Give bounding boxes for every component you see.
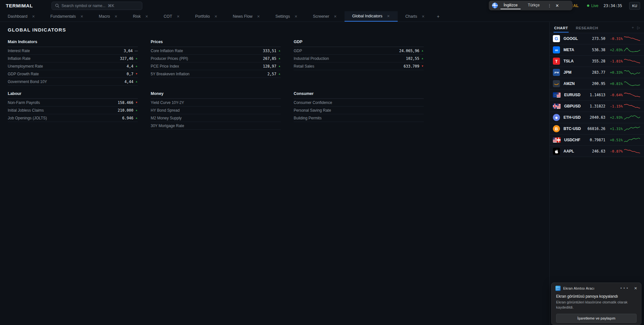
indicator-row[interactable]: 30Y Mortgage Rate	[151, 122, 281, 130]
indicator-row[interactable]: Yield Curve 10Y-2Y	[151, 99, 281, 107]
tab-settings[interactable]: Settings✕	[268, 11, 305, 22]
indicator-number: 633.709	[404, 64, 419, 69]
watchlist-add-icon[interactable]: +	[632, 25, 634, 30]
indicator-row[interactable]: 5Y Breakeven Inflation2,57▲	[151, 70, 281, 78]
new-tab-button[interactable]: +	[432, 11, 444, 22]
markup-share-button[interactable]: İşaretleme ve paylaşım	[556, 314, 637, 323]
watchlist-row-eurusd[interactable]: EURUSD1.14613-0.64%	[550, 89, 644, 101]
translate-popup: İngilizce Türkçe ⋮ ✕	[489, 1, 573, 10]
indicator-value: 210.000▲	[118, 108, 138, 113]
user-avatar[interactable]: KU	[629, 2, 640, 10]
indicator-row[interactable]: Retail Sales633.709▼	[294, 62, 424, 70]
ticker-symbol: TSLA	[564, 59, 584, 63]
tab-close-icon[interactable]: ✕	[115, 14, 118, 19]
tab-close-icon[interactable]: ✕	[387, 14, 390, 18]
ticker-price: 1.31822	[584, 104, 605, 108]
indicator-row[interactable]: M2 Money Supply	[151, 114, 281, 122]
tab-portfolio[interactable]: Portfolio✕	[187, 11, 225, 22]
indicator-row[interactable]: GDP24.065,96▲	[294, 47, 424, 55]
translate-menu-icon[interactable]: ⋮	[545, 3, 554, 8]
watchlist-row-jpm[interactable]: JPMJPM283.77+0.33%	[550, 67, 644, 78]
ticker-symbol: BTC-USD	[564, 126, 584, 131]
watchlist-row-googl[interactable]: GGOOGL273.50-0.31%	[550, 33, 644, 44]
indicator-label: Unemployment Rate	[8, 64, 43, 69]
watchlist-row-btc-usd[interactable]: BBTC-USD66816.26+1.31%	[550, 123, 644, 135]
indicator-row[interactable]: GDP Growth Rate0,7▼	[8, 70, 138, 78]
tab-close-icon[interactable]: ✕	[422, 14, 425, 19]
notification-close-icon[interactable]: ✕	[634, 286, 637, 291]
tab-label: Global Indicators	[352, 14, 383, 18]
tab-screener[interactable]: Screener✕	[305, 11, 345, 22]
section-prices: PricesCore Inflation Rate333,51▲Producer…	[151, 40, 281, 78]
tab-close-icon[interactable]: ✕	[80, 14, 83, 19]
watchlist-row-usdchf[interactable]: USDCHF0.79871+0.51%	[550, 135, 644, 146]
ticker-price: 355.28	[584, 59, 605, 63]
sparkline-chart	[623, 47, 641, 53]
tab-close-icon[interactable]: ✕	[334, 14, 336, 19]
indicator-row[interactable]: Interest Rate3,64—	[8, 47, 138, 55]
indicator-row[interactable]: Core Inflation Rate333,51▲	[151, 47, 281, 55]
tab-chart[interactable]: CHART	[554, 23, 569, 32]
search-input[interactable]: Search symbol or name... ⌘K	[52, 2, 142, 10]
watchlist-row-gbpusd[interactable]: GBPUSD1.31822-1.15%	[550, 101, 644, 112]
indicator-row[interactable]: Industrial Production102,55▲	[294, 55, 424, 62]
tab-close-icon[interactable]: ✕	[32, 14, 35, 19]
watchlist-row-tsla[interactable]: TTSLA355.28-1.81%	[550, 56, 644, 67]
indicator-label: Consumer Confidence	[294, 100, 332, 105]
notification-more-icon[interactable]: • • •	[620, 286, 628, 291]
tab-close-icon[interactable]: ✕	[295, 14, 298, 19]
live-indicator: Live	[587, 4, 598, 8]
tab-close-icon[interactable]: ✕	[145, 14, 148, 19]
section-consumer: ConsumerConsumer ConfidencePersonal Savi…	[294, 91, 424, 122]
watchlist-expand-icon[interactable]: ▷	[637, 25, 640, 30]
watchlist-row-meta[interactable]: ∞META536.38+2.03%	[550, 44, 644, 56]
indicator-row[interactable]: HY Bond Spread	[151, 107, 281, 114]
watchlist-row-aapl[interactable]: AAPL246.63-0.87%	[550, 146, 644, 157]
search-shortcut: ⌘K	[108, 4, 114, 8]
tab-charts[interactable]: Charts✕	[398, 11, 432, 22]
notification-message: Ekran görüntüsü panoya kopyalandı	[556, 294, 637, 299]
tab-news-flow[interactable]: News Flow✕	[225, 11, 268, 22]
indicator-row[interactable]: Unemployment Rate4,4▲	[8, 62, 138, 70]
tab-research[interactable]: RESEARCH	[575, 23, 599, 32]
indicator-row[interactable]: Job Openings (JOLTS)6.946▲	[8, 114, 138, 122]
section-gdp: GDPGDP24.065,96▲Industrial Production102…	[294, 40, 424, 70]
flat-arrow-icon: —	[135, 49, 138, 52]
indicator-row[interactable]: Building Permits	[294, 114, 424, 122]
indicator-row[interactable]: Inflation Rate327,46▲	[8, 55, 138, 62]
tab-close-icon[interactable]: ✕	[257, 14, 260, 19]
section-main-indicators: Main IndicatorsInterest Rate3,64—Inflati…	[8, 40, 138, 86]
indicator-row[interactable]: PCE Price Index128,97▲	[151, 62, 281, 70]
indicator-label: Inflation Rate	[8, 56, 31, 61]
translate-lang-english[interactable]: İngilizce	[499, 2, 522, 9]
indicator-number: 24.065,96	[399, 49, 419, 53]
indicator-label: Yield Curve 10Y-2Y	[151, 100, 184, 105]
indicator-row[interactable]: Non-Farm Payrolls158.466▼	[8, 99, 138, 107]
tab-macro[interactable]: Macro✕	[91, 11, 125, 22]
tab-fundamentals[interactable]: Fundamentals✕	[43, 11, 91, 22]
translate-close-icon[interactable]: ✕	[555, 3, 561, 8]
watchlist-row-amzn[interactable]: AMZN200.95+0.81%	[550, 78, 644, 89]
translate-lang-turkish[interactable]: Türkçe	[523, 2, 544, 9]
uk-us-flags-icon	[553, 104, 561, 109]
tab-bar: Dashboard✕Fundamentals✕Macro✕Risk✕COT✕Po…	[0, 11, 644, 22]
indicator-row[interactable]: Producer Prices (PPI)267,85▲	[151, 55, 281, 62]
tab-close-icon[interactable]: ✕	[214, 14, 217, 19]
indicator-value: 4,44▲	[124, 79, 138, 84]
indicator-row[interactable]: Government Bond 10Y4,44▲	[8, 78, 138, 86]
watchlist-row-eth-usd[interactable]: ◆ETH-USD2040.63+2.93%	[550, 112, 644, 123]
ticker-price: 246.63	[584, 149, 605, 153]
indicator-label: Building Permits	[294, 116, 322, 120]
tab-cot[interactable]: COT✕	[156, 11, 187, 22]
tab-close-icon[interactable]: ✕	[177, 14, 180, 19]
tab-risk[interactable]: Risk✕	[125, 11, 156, 22]
tab-dashboard[interactable]: Dashboard✕	[0, 11, 43, 22]
indicator-row[interactable]: Consumer Confidence	[294, 99, 424, 107]
ticker-symbol: META	[564, 48, 584, 52]
indicator-row[interactable]: Personal Saving Rate	[294, 107, 424, 114]
indicator-label: PCE Price Index	[151, 64, 179, 69]
tab-global-indicators[interactable]: Global Indicators✕	[345, 11, 398, 22]
indicator-label: Core Inflation Rate	[151, 49, 183, 53]
snip-notification-body: Ekran görüntüsü panoya kopyalandı Ekran …	[552, 292, 641, 310]
indicator-row[interactable]: Initial Jobless Claims210.000▲	[8, 107, 138, 114]
